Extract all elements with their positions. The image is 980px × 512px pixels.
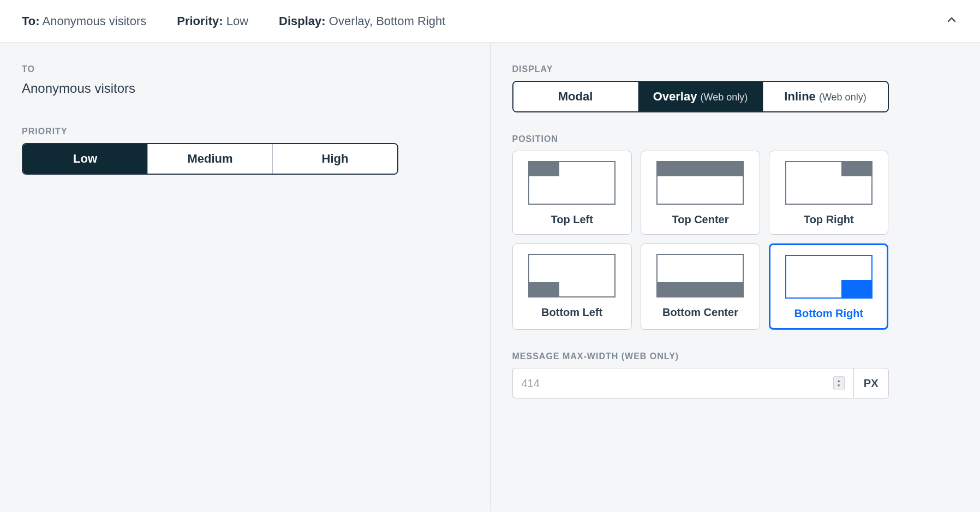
display-option-overlay[interactable]: Overlay (Web only) (638, 82, 763, 111)
priority-segmented-control: Low Medium High (22, 143, 398, 175)
summary-priority-value: Low (226, 14, 248, 28)
position-preview-bottom-right (785, 255, 873, 299)
display-segmented-control: Modal Overlay (Web only) Inline (Web onl… (512, 81, 889, 112)
display-option-inline[interactable]: Inline (Web only) (763, 82, 888, 111)
to-heading: TO (22, 64, 468, 74)
position-label-top-left: Top Left (551, 212, 593, 227)
display-option-inline-suffix: (Web only) (819, 92, 867, 103)
position-preview-bottom-center (656, 254, 744, 297)
position-heading: POSITION (512, 134, 959, 144)
maxwidth-input-wrapper: ▲ ▼ (512, 368, 853, 398)
position-bottom-right[interactable]: Bottom Right (769, 243, 888, 330)
summary-to-label: To: (22, 14, 40, 28)
summary-display-label: Display: (279, 14, 326, 28)
position-preview-bottom-left (528, 254, 616, 297)
position-grid: Top Left Top Center Top Right Bottom Lef… (512, 151, 889, 330)
summary-display-value: Overlay, Bottom Right (329, 14, 446, 28)
summary-priority-label: Priority: (177, 14, 223, 28)
position-preview-top-right (785, 161, 873, 205)
position-bottom-left[interactable]: Bottom Left (512, 243, 632, 330)
position-preview-top-left (528, 161, 616, 205)
summary-priority: Priority: Low (177, 14, 248, 28)
panel-right: DISPLAY Modal Overlay (Web only) Inline … (491, 43, 981, 511)
panels: TO Anonymous visitors PRIORITY Low Mediu… (0, 43, 980, 511)
position-top-center[interactable]: Top Center (641, 151, 760, 235)
priority-heading: PRIORITY (22, 127, 468, 136)
priority-option-low[interactable]: Low (23, 144, 148, 174)
position-label-bottom-center: Bottom Center (662, 305, 738, 319)
display-heading: DISPLAY (512, 64, 959, 74)
priority-option-medium[interactable]: Medium (148, 144, 273, 174)
position-label-top-center: Top Center (672, 212, 728, 227)
stepper-down-icon: ▼ (836, 383, 841, 388)
position-top-right[interactable]: Top Right (769, 151, 888, 235)
maxwidth-heading: MESSAGE MAX-WIDTH (WEB ONLY) (512, 352, 889, 361)
display-option-overlay-label: Overlay (653, 90, 697, 103)
chevron-up-icon (945, 13, 958, 26)
display-option-modal[interactable]: Modal (513, 82, 638, 111)
position-label-bottom-right: Bottom Right (794, 306, 864, 320)
summary-left: To: Anonymous visitors Priority: Low Dis… (22, 14, 445, 28)
position-label-top-right: Top Right (804, 212, 854, 227)
to-value: Anonymous visitors (22, 81, 468, 96)
maxwidth-stepper[interactable]: ▲ ▼ (833, 376, 845, 390)
maxwidth-input[interactable] (522, 377, 833, 390)
priority-section: PRIORITY Low Medium High (22, 127, 468, 175)
position-bottom-center[interactable]: Bottom Center (641, 243, 760, 330)
collapse-toggle[interactable] (945, 13, 958, 29)
display-section: DISPLAY Modal Overlay (Web only) Inline … (512, 64, 959, 112)
maxwidth-row: ▲ ▼ PX (512, 368, 889, 398)
display-option-inline-label: Inline (784, 90, 815, 103)
summary-to-value: Anonymous visitors (42, 14, 146, 28)
position-label-bottom-left: Bottom Left (541, 305, 602, 319)
maxwidth-section: MESSAGE MAX-WIDTH (WEB ONLY) ▲ ▼ PX (512, 352, 889, 398)
display-option-overlay-suffix: (Web only) (701, 92, 748, 103)
position-top-left[interactable]: Top Left (512, 151, 632, 235)
summary-to: To: Anonymous visitors (22, 14, 146, 28)
priority-option-high[interactable]: High (273, 144, 397, 174)
summary-display: Display: Overlay, Bottom Right (279, 14, 445, 28)
maxwidth-unit: PX (853, 368, 889, 398)
position-preview-top-center (656, 161, 744, 205)
panel-left: TO Anonymous visitors PRIORITY Low Mediu… (0, 43, 491, 511)
position-section: POSITION Top Left Top Center Top Right B… (512, 134, 959, 330)
to-section: TO Anonymous visitors (22, 64, 468, 96)
stepper-up-icon: ▲ (836, 378, 841, 383)
summary-bar: To: Anonymous visitors Priority: Low Dis… (0, 0, 980, 43)
